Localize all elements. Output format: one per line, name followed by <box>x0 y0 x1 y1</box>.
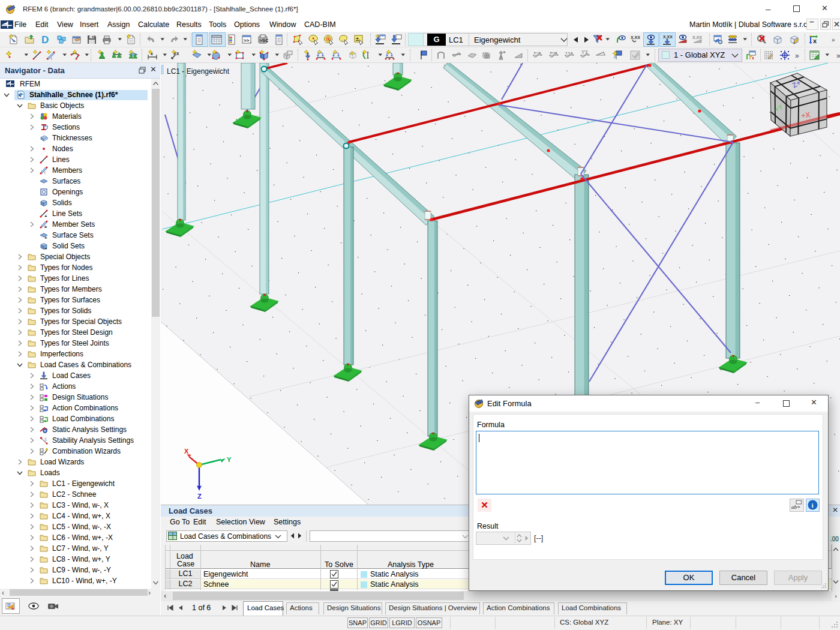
svg-text:X.XX: X.XX <box>663 35 673 39</box>
svg-text:LC1 - Eigengewicht: LC1 - Eigengewicht <box>167 67 230 76</box>
svg-text:I: I <box>44 171 46 175</box>
svg-text:X: X <box>813 38 817 44</box>
svg-text:>SC: >SC <box>259 38 268 43</box>
svg-text:ab=: ab= <box>791 504 800 510</box>
svg-text:+: + <box>44 214 47 218</box>
svg-text:I: I <box>51 57 52 61</box>
svg-text:X: X <box>184 448 189 455</box>
svg-text:>>_: >>_ <box>244 38 252 43</box>
svg-text:±: ± <box>356 36 359 42</box>
svg-text:+: + <box>44 235 47 239</box>
svg-text:Y: Y <box>227 456 232 463</box>
svg-text:+X: +X <box>800 110 811 120</box>
svg-text:D: D <box>41 34 49 45</box>
svg-text:+: + <box>44 224 47 229</box>
svg-text:»: » <box>832 37 835 43</box>
svg-text:+: + <box>44 246 47 250</box>
svg-text:Z: Z <box>197 493 202 500</box>
svg-text:X.XX: X.XX <box>631 35 640 40</box>
svg-text:i: i <box>812 502 814 509</box>
svg-text:X.XX: X.XX <box>692 35 702 40</box>
